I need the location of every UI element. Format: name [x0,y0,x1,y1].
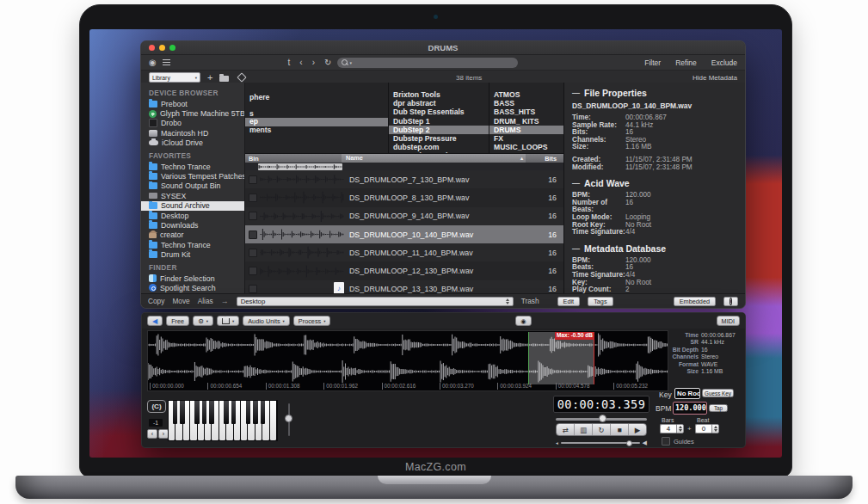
file-row[interactable]: ♪ DS_DRUMLOOP_7_130_BPM.wav 16 [245,170,563,188]
file-row[interactable]: ♪ DS_DRUMLOOP_12_130_BPM.wav 16 [245,261,563,280]
piano-keyboard[interactable] [168,400,278,441]
waveform-selection[interactable]: Max: -0.50 dB [528,332,594,384]
sidebar-item[interactable]: Desktop [141,211,244,220]
sidebar-item[interactable]: Spotlight Search [141,283,244,292]
position-slider[interactable] [556,415,647,422]
speaker-button[interactable]: ◀ [147,316,163,326]
piano-black-key[interactable] [209,401,214,424]
column-item[interactable]: phere [245,94,388,101]
info-button[interactable]: i [723,297,738,306]
slider-handle[interactable] [599,415,606,422]
file-row[interactable]: ♪ DS_DRUMLOOP_8_130_BPM.wav 16 [245,188,563,206]
guess-key-button[interactable]: Guess Key [702,389,734,397]
tag-icon[interactable] [237,72,247,82]
process-dropdown[interactable]: Process ▾ [293,316,331,326]
destination-select[interactable]: Desktop [237,297,514,306]
column-item[interactable]: ments [245,126,388,134]
piano-black-key[interactable] [231,401,237,424]
sidebar-item[interactable]: Various Tempest Patches [141,171,244,181]
column-item[interactable]: Dubstep Pressure [389,134,489,143]
stepper-arrows-icon[interactable] [676,424,684,433]
piano-white-key[interactable] [270,401,276,440]
column-item[interactable]: ATMOS [489,90,563,99]
reload-button[interactable]: ↻ [324,58,331,67]
column-item[interactable]: BASS [489,99,563,108]
slider-handle[interactable] [285,415,292,422]
column-item[interactable]: DubStep 1 [389,117,489,126]
sidebar-item[interactable]: Techno Trance [141,240,244,249]
column-header-bits[interactable]: Bits [526,155,563,163]
search-input[interactable]: ▾ [337,58,518,68]
file-row[interactable]: ♪ DS_DRUMLOOP_10_140_BPM.wav 16 [245,225,563,243]
zoom-button[interactable] [169,45,175,51]
bin-checkbox[interactable] [249,175,257,184]
sidebar-item[interactable]: Sound Output Bin [141,181,244,191]
tags-button[interactable]: Tags [588,297,613,306]
column-item[interactable]: Dub Step Essentials [389,108,489,116]
piano-black-key[interactable] [224,401,229,424]
collapse-icon[interactable]: — [572,89,580,97]
midi-button[interactable]: MIDI [717,316,740,326]
sidebar-item[interactable]: Finder Selection [141,274,244,283]
list-view-icon[interactable] [163,59,170,65]
column-item[interactable]: BASS_HITS [489,108,563,116]
sidebar-item[interactable]: Sound Archive [141,201,244,211]
forward-button[interactable]: › [312,58,315,67]
trash-button[interactable]: Trash [521,297,539,305]
search-scope-caret-icon[interactable]: ▾ [349,60,352,65]
new-folder-icon[interactable] [219,76,229,82]
section-acid-wave[interactable]: — Acid Wave [572,178,738,188]
collapse-icon[interactable]: — [572,179,580,187]
piano-black-key[interactable] [173,401,178,424]
bpm-field[interactable]: 120.000 [673,402,707,415]
settings-dropdown[interactable]: ⚙ ▾ [193,316,213,326]
column-item[interactable]: MUSIC_LOOPS [489,143,563,151]
record-button[interactable]: ◉ [515,316,531,326]
bin-checkbox[interactable] [249,267,257,275]
copy-button[interactable]: Copy [148,297,164,305]
edit-button[interactable]: Edit [557,297,581,306]
sidebar-item[interactable]: Drum Kit [141,249,244,259]
section-play-button[interactable]: ▥ [575,424,593,435]
bin-checkbox[interactable] [249,212,257,220]
add-button[interactable]: + [207,73,212,82]
column-item[interactable]: Brixton Tools [389,90,489,99]
sidebar-item[interactable]: Drobo [141,119,244,128]
close-button[interactable] [149,45,155,51]
waveform-display[interactable]: Max: -0.50 dB 00:00:00.00000:00:00.65400… [147,330,668,391]
stepper-arrows-icon[interactable] [711,424,719,433]
collapse-icon[interactable]: — [572,244,580,253]
sidebar-item[interactable]: Preboot [141,99,244,108]
refine-button[interactable]: Refine [675,58,697,67]
alias-button[interactable]: Alias [198,297,213,305]
octave-down-button[interactable]: ‹ [147,429,157,439]
bin-checkbox[interactable] [249,230,257,239]
piano-black-key[interactable] [246,401,251,424]
column-header-name[interactable]: Name ▴ [342,154,526,163]
export-dropdown[interactable]: ▾ [217,316,239,326]
bars-stepper[interactable]: 4 [660,424,684,433]
piano-black-key[interactable] [253,401,258,424]
bin-checkbox[interactable] [249,249,257,257]
play-button[interactable]: ▶ [629,424,646,435]
guides-checkbox[interactable]: Guides [662,437,694,446]
section-file-properties[interactable]: — File Properties [572,88,738,98]
piano-black-key[interactable] [202,401,207,424]
sidebar-item[interactable]: iCloud Drive [141,138,244,148]
column-item[interactable]: DRUM_ KITS [489,117,563,126]
column-item[interactable]: DRUMS [489,126,563,134]
slider-handle[interactable] [626,440,632,446]
minimize-button[interactable] [159,45,165,51]
sidebar-item[interactable]: Macintosh HD [141,128,244,138]
piano-black-key[interactable] [180,401,185,424]
bin-checkbox[interactable] [249,285,257,293]
column-item[interactable]: dubstep.com [389,143,489,151]
action-icon[interactable]: t [288,58,291,67]
stop-button[interactable]: ■ [611,424,629,435]
checkbox[interactable] [662,437,670,446]
column-item[interactable]: DubStep 2 [389,126,489,134]
column-item[interactable] [245,101,388,109]
column-item[interactable]: dpr abstract [389,99,489,108]
sidebar-item[interactable]: Glyph Time Machine 5TB [141,108,244,118]
file-row[interactable]: ♪ DS_DRUMLOOP_11_140_BPM.wav 16 [245,243,563,261]
